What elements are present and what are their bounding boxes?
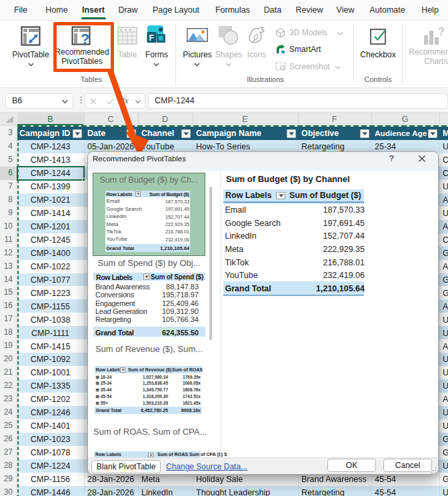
svg-text:F: F <box>149 33 155 43</box>
svg-text:?: ? <box>438 26 445 37</box>
